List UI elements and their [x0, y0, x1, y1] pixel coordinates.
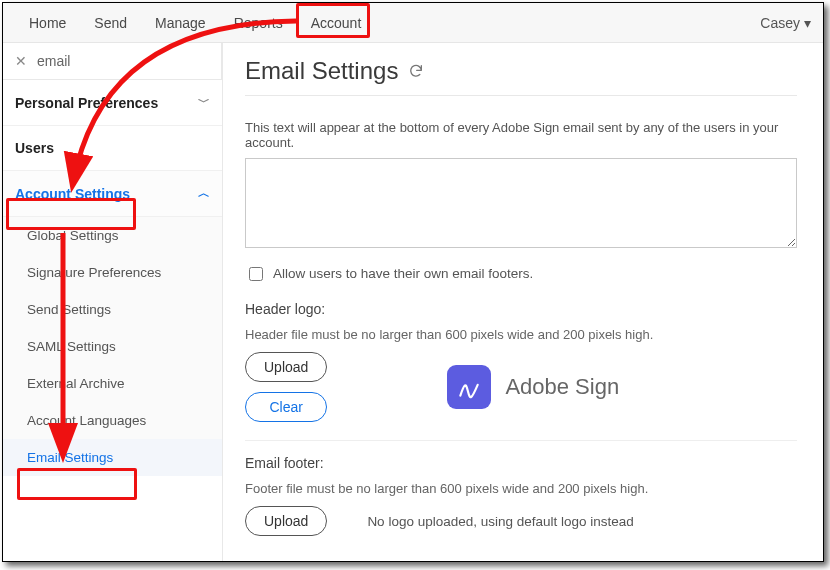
subitem-send-settings[interactable]: Send Settings	[3, 291, 222, 328]
email-footer-hint: Footer file must be no larger than 600 p…	[245, 481, 797, 496]
header-logo-hint: Header file must be no larger than 600 p…	[245, 327, 797, 342]
page-title: Email Settings	[245, 57, 797, 96]
brand-name: Adobe Sign	[505, 374, 619, 400]
sidebar: ✕ email Personal Preferences ﹀ Users Acc…	[3, 43, 223, 561]
refresh-icon[interactable]	[408, 57, 424, 85]
tab-reports[interactable]: Reports	[220, 5, 297, 41]
tab-account[interactable]: Account	[297, 5, 376, 41]
subitem-account-languages[interactable]: Account Languages	[3, 402, 222, 439]
email-footer-label: Email footer:	[245, 455, 797, 471]
allow-own-footers-label: Allow users to have their own email foot…	[273, 266, 533, 281]
top-nav: Home Send Manage Reports Account Casey ▾	[3, 3, 823, 43]
sidebar-section-users[interactable]: Users	[3, 126, 222, 171]
upload-header-button[interactable]: Upload	[245, 352, 327, 382]
tab-manage[interactable]: Manage	[141, 5, 220, 41]
chevron-up-icon: ︿	[198, 185, 210, 202]
sidebar-section-account[interactable]: Account Settings ︿	[3, 171, 222, 217]
footer-description: This text will appear at the bottom of e…	[245, 120, 797, 150]
brand-logo: Adobe Sign	[447, 365, 619, 409]
subitem-saml-settings[interactable]: SAML Settings	[3, 328, 222, 365]
account-subitems: Global Settings Signature Preferences Se…	[3, 217, 222, 476]
chevron-down-icon: ﹀	[198, 94, 210, 111]
main-panel: Email Settings This text will appear at …	[223, 43, 823, 561]
user-menu[interactable]: Casey ▾	[760, 15, 811, 31]
allow-own-footers-checkbox[interactable]	[249, 267, 263, 281]
search-box[interactable]: ✕ email	[3, 43, 222, 80]
subitem-email-settings[interactable]: Email Settings	[3, 439, 222, 476]
tab-home[interactable]: Home	[15, 5, 80, 41]
email-footer-textarea[interactable]	[245, 158, 797, 248]
header-logo-label: Header logo:	[245, 301, 797, 317]
footer-logo-message: No logo uploaded, using default logo ins…	[367, 514, 633, 529]
adobe-sign-icon	[447, 365, 491, 409]
subitem-external-archive[interactable]: External Archive	[3, 365, 222, 402]
sidebar-section-personal[interactable]: Personal Preferences ﹀	[3, 80, 222, 126]
tab-send[interactable]: Send	[80, 5, 141, 41]
chevron-down-icon: ▾	[804, 15, 811, 31]
user-name: Casey	[760, 15, 800, 31]
subitem-signature-preferences[interactable]: Signature Preferences	[3, 254, 222, 291]
search-value: email	[37, 53, 70, 69]
clear-header-button[interactable]: Clear	[245, 392, 327, 422]
clear-search-icon[interactable]: ✕	[15, 53, 27, 69]
subitem-global-settings[interactable]: Global Settings	[3, 217, 222, 254]
upload-footer-button[interactable]: Upload	[245, 506, 327, 536]
